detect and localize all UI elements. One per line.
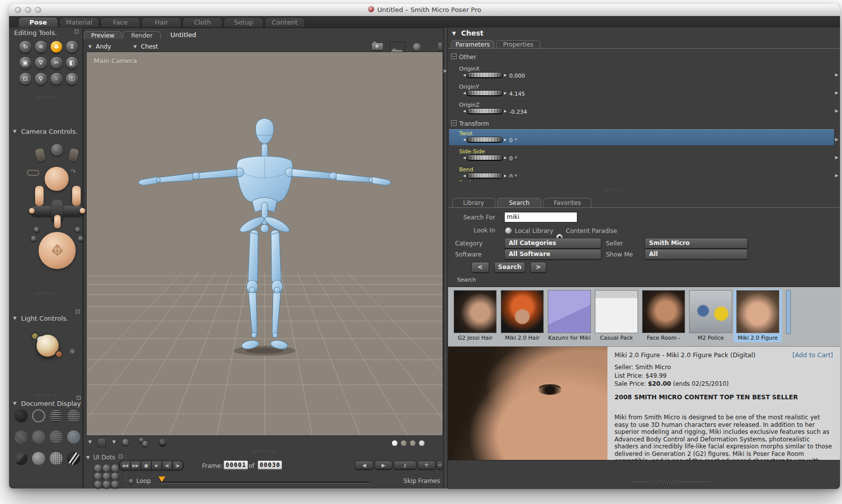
library-splitter-handle[interactable] — [600, 189, 626, 192]
display-mode-cartoon-icon[interactable] — [67, 430, 80, 443]
add-keyframe-button[interactable]: + — [417, 460, 436, 469]
software-dropdown[interactable]: All Software — [504, 249, 601, 260]
param-value-originz[interactable]: -0.234 — [509, 109, 527, 115]
param-value-bend[interactable]: 0 ° — [509, 173, 517, 180]
sidebar-splitter-handle-2[interactable] — [34, 292, 58, 295]
category-dropdown[interactable]: All Categories — [504, 238, 601, 248]
step-forward-button[interactable]: |▶ — [172, 461, 183, 470]
camera-hand-left-icon[interactable] — [35, 186, 44, 206]
sidebar-splitter-handle-3[interactable] — [34, 394, 58, 397]
result-thumb-miki-figure-selected[interactable]: Miki 2.0 Figure — [735, 290, 781, 341]
ui-dot-6[interactable] — [111, 472, 119, 480]
figure-menu[interactable]: Andy — [96, 43, 111, 50]
camera-finger-left-icon[interactable] — [29, 208, 35, 213]
translate-pull-tool-icon[interactable]: ↔↕ — [51, 41, 62, 53]
camera-right-hand-icon[interactable] — [68, 148, 79, 162]
ui-dot-5[interactable] — [103, 472, 110, 480]
sun-icon[interactable]: ☼ — [69, 347, 76, 355]
camera-left-hand-icon[interactable] — [35, 148, 46, 162]
viewport-camera-label[interactable]: Main Camera — [94, 57, 137, 65]
camera-dolly-dot-4[interactable] — [78, 236, 83, 241]
library-resize-handle[interactable] — [652, 480, 682, 484]
camera-dolly-dot-1[interactable] — [34, 227, 39, 232]
step-back-button[interactable]: ◀| — [162, 461, 172, 470]
param-arrow-twist[interactable]: ▶ — [835, 137, 838, 142]
delete-keyframe-button[interactable]: − — [437, 460, 443, 469]
tab-setup[interactable]: Setup — [224, 17, 264, 27]
tab-properties[interactable]: Properties — [496, 40, 540, 48]
camera-trackball-icon[interactable]: ↔ ↕ — [39, 232, 76, 269]
tab-render[interactable]: Render — [123, 31, 161, 39]
display-mode-sketch-icon[interactable] — [67, 452, 80, 465]
camera-hand-right-icon[interactable] — [72, 186, 81, 206]
camera-head-trackball-icon[interactable] — [45, 167, 69, 191]
play-button[interactable]: ▶ — [151, 461, 162, 470]
panel-expand-arrow-icon[interactable]: ▶ — [444, 68, 447, 73]
camera-dolly-dot-2[interactable] — [75, 227, 80, 232]
ui-dots-collapse-icon[interactable]: ▼ — [86, 455, 90, 460]
camera-finger-right-icon[interactable] — [80, 208, 85, 213]
param-arrow-originz[interactable]: ▶ — [835, 108, 838, 113]
camera-controls-collapse-icon[interactable]: ▼ — [13, 129, 17, 134]
tab-search[interactable]: Search — [497, 198, 541, 207]
hand-tool-pill-icon[interactable] — [438, 43, 442, 51]
seller-dropdown[interactable]: Smith Micro — [645, 238, 748, 248]
sidebar-splitter-handle[interactable] — [34, 96, 58, 99]
ui-dot-2[interactable] — [103, 464, 110, 472]
next-keyframe-button[interactable]: ▶ — [374, 460, 392, 469]
search-button[interactable]: Search — [494, 262, 525, 273]
actor-collapse-icon[interactable]: ▼ — [452, 31, 456, 36]
parameters-actor-title[interactable]: Chest — [461, 29, 484, 37]
ui-dot-7[interactable] — [94, 480, 102, 488]
depth-cue-menu-icon[interactable]: ▼ — [88, 439, 92, 444]
tab-parameters[interactable]: Parameters — [451, 40, 494, 48]
loop-toggle[interactable] — [129, 479, 133, 483]
tab-favorites[interactable]: Favorites — [543, 198, 591, 207]
display-mode-wireframe-icon[interactable] — [50, 409, 63, 422]
tracking-mode-button[interactable] — [97, 438, 106, 447]
display-mode-smooth-shaded-icon[interactable] — [15, 452, 28, 465]
param-row-twist-highlight[interactable] — [449, 129, 834, 145]
partial-next-thumb[interactable] — [786, 290, 791, 334]
tab-hair[interactable]: Hair — [141, 17, 181, 27]
scale-tool-icon[interactable]: ▣ — [20, 57, 31, 69]
param-dial-twist[interactable]: ◀▶ — [463, 137, 507, 142]
add-to-cart-link[interactable]: [Add to Cart] — [792, 351, 833, 359]
result-thumb-face-room[interactable]: Face Room - — [641, 290, 687, 341]
tab-pose[interactable]: Pose — [18, 17, 58, 27]
taper-tool-icon[interactable]: ∇ — [35, 57, 47, 69]
param-arrow-sideside[interactable]: ▶ — [835, 155, 838, 160]
ui-dot-9[interactable] — [111, 480, 119, 488]
camera-key-icon[interactable] — [27, 170, 39, 176]
display-dot-1[interactable] — [392, 440, 397, 446]
content-paradise-label[interactable]: Content Paradise — [566, 227, 617, 234]
local-library-label[interactable]: Local Library — [515, 227, 553, 234]
param-dial-originx[interactable]: ◀▶ — [463, 72, 507, 78]
morphing-tool-icon[interactable]: ☞ — [51, 73, 62, 85]
editing-tools-collapse-box[interactable] — [75, 30, 79, 34]
camera-flyaround-icon[interactable] — [51, 144, 63, 156]
timeline-track[interactable] — [160, 481, 370, 483]
result-thumb-casual-pack[interactable]: Casual Pack — [593, 290, 640, 341]
param-value-originy[interactable]: 4.145 — [509, 91, 525, 97]
display-dot-2[interactable] — [401, 440, 406, 446]
param-dial-originy[interactable]: ◀▶ — [463, 90, 507, 96]
edit-keyframes-button[interactable]: ⚷ — [393, 460, 416, 469]
view-magnifier-tool-icon[interactable]: ⚲ — [35, 73, 47, 85]
tab-face[interactable]: Face — [100, 17, 140, 27]
prev-keyframe-button[interactable]: ◀ — [355, 460, 373, 469]
param-dial-originz[interactable]: ◀▶ — [463, 108, 507, 114]
total-frames-counter[interactable]: 00030 — [258, 460, 282, 469]
tracking-sphere-icon[interactable] — [122, 439, 129, 445]
shadow-sphere-icon[interactable] — [159, 439, 166, 445]
document-display-collapse-box[interactable] — [77, 396, 81, 400]
result-thumb-m2-police[interactable]: M2 Police — [688, 290, 734, 341]
param-value-sideside[interactable]: 0 ° — [509, 155, 517, 162]
skip-frames-label[interactable]: Skip Frames — [400, 477, 440, 484]
multi-sphere-icon-2[interactable] — [142, 441, 148, 446]
display-mode-smooth-lined-icon[interactable] — [32, 452, 45, 465]
viewport[interactable]: Main Camera — [86, 52, 443, 436]
rotate-tool-icon[interactable]: ↻ — [20, 41, 31, 53]
camera-rotate-arrow-icon[interactable]: ↷ — [70, 168, 76, 175]
twist-tool-icon[interactable]: ≋ — [35, 41, 47, 53]
